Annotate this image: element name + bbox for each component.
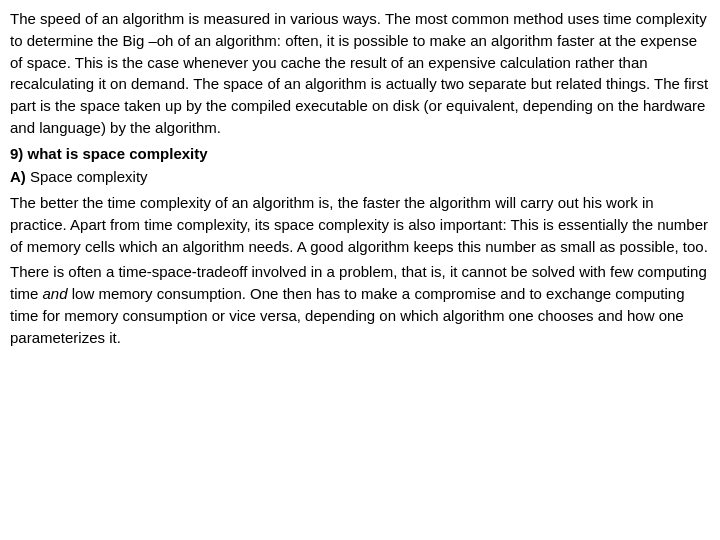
answer-header: A) Space complexity xyxy=(10,166,710,188)
main-content: The speed of an algorithm is measured in… xyxy=(0,0,720,360)
answer-label: A) xyxy=(10,168,26,185)
paragraph-2: The better the time complexity of an alg… xyxy=(10,192,710,257)
paragraph-3-italic: and xyxy=(43,285,68,302)
answer-title: Space complexity xyxy=(26,168,148,185)
paragraph-1: The speed of an algorithm is measured in… xyxy=(10,8,710,139)
question-9: 9) what is space complexity xyxy=(10,143,710,165)
paragraph-3: There is often a time-space-tradeoff inv… xyxy=(10,261,710,348)
paragraph-3-mid: low memory consumption. One then has to … xyxy=(10,285,685,346)
